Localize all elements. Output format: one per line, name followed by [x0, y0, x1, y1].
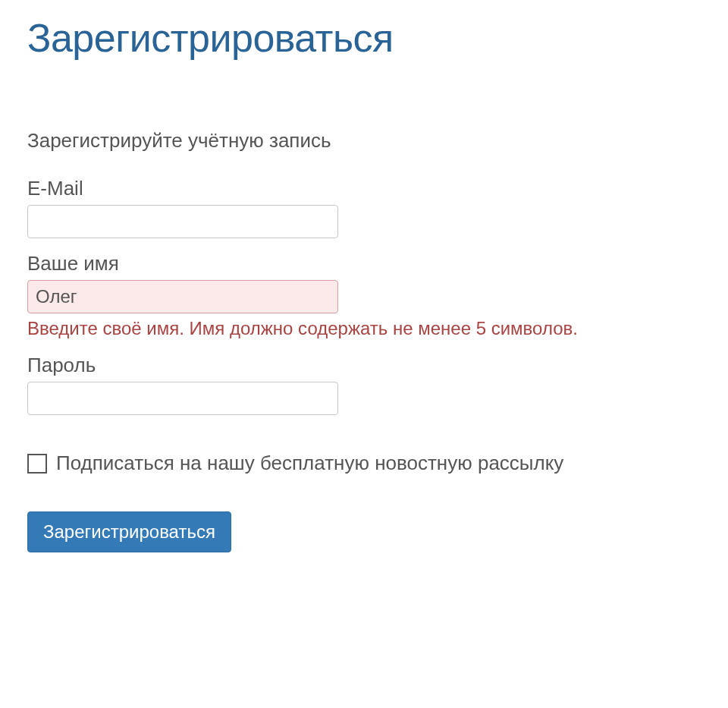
email-field[interactable] — [27, 205, 338, 238]
password-field[interactable] — [27, 382, 338, 415]
submit-button[interactable]: Зарегистрироваться — [27, 511, 231, 552]
name-error-text: Введите своё имя. Имя должно содержать н… — [27, 316, 701, 340]
name-group: Ваше имя Введите своё имя. Имя должно со… — [27, 252, 701, 340]
page-title: Зарегистрироваться — [27, 15, 701, 61]
newsletter-row: Подписаться на нашу бесплатную новостную… — [27, 452, 701, 475]
password-group: Пароль — [27, 354, 701, 415]
newsletter-checkbox[interactable] — [27, 454, 47, 474]
name-field[interactable] — [27, 280, 338, 313]
email-label: E-Mail — [27, 177, 701, 200]
name-label: Ваше имя — [27, 252, 701, 275]
form-subtitle: Зарегистрируйте учётную запись — [27, 129, 701, 153]
password-label: Пароль — [27, 354, 701, 377]
newsletter-label[interactable]: Подписаться на нашу бесплатную новостную… — [56, 452, 563, 475]
email-group: E-Mail — [27, 177, 701, 238]
